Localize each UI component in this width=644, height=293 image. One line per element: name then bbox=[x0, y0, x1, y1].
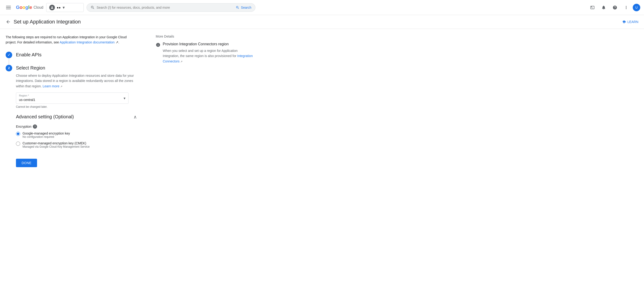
documentation-link[interactable]: Application Integration documentation bbox=[60, 40, 114, 44]
detail-card-body: Provision Integration Connectors region … bbox=[163, 42, 254, 64]
intro-text-after-link: ↗ bbox=[115, 40, 118, 44]
page-header: Set up Application Integration LEARN bbox=[0, 15, 644, 29]
region-select-wrapper: Region * us-central1 us-east1 us-west1 e… bbox=[16, 93, 128, 104]
step-2-title: Select Region bbox=[16, 65, 137, 71]
hamburger-menu-button[interactable] bbox=[4, 3, 13, 12]
project-name: ●● bbox=[57, 6, 61, 10]
google-managed-labels: Google-managed encryption key No configu… bbox=[22, 131, 70, 139]
notifications-button[interactable] bbox=[599, 3, 608, 12]
step-1-content: Enable APIs bbox=[12, 52, 137, 62]
region-select[interactable]: us-central1 us-east1 us-west1 europe-wes… bbox=[19, 97, 126, 104]
customer-managed-radio[interactable] bbox=[16, 142, 20, 146]
advanced-title: Advanced setting (Optional) bbox=[16, 114, 74, 120]
google-cloud-logo: Google Cloud bbox=[16, 5, 44, 10]
customer-managed-option: Customer-managed encryption key (CMEK) M… bbox=[16, 141, 137, 148]
encryption-help-icon[interactable]: ? bbox=[33, 124, 37, 129]
search-button[interactable]: Search bbox=[236, 6, 251, 10]
step-2-description: Choose where to deploy Application Integ… bbox=[16, 73, 137, 89]
encryption-section: Encryption ? Google-managed encryption k… bbox=[16, 124, 137, 148]
project-avatar bbox=[49, 5, 55, 10]
learn-more-link[interactable]: Learn more bbox=[43, 84, 60, 88]
step-2-row: 2 Select Region Choose where to deploy A… bbox=[6, 65, 137, 172]
advanced-setting-header[interactable]: Advanced setting (Optional) ∧ bbox=[16, 110, 137, 124]
more-details-title: More Details bbox=[156, 35, 254, 38]
svg-point-0 bbox=[51, 6, 52, 8]
nav-left: Google Cloud ●● ▾ bbox=[4, 3, 84, 12]
chevron-down-icon: ▾ bbox=[62, 5, 65, 10]
search-btn-label: Search bbox=[241, 6, 251, 10]
nav-right: U bbox=[588, 3, 640, 12]
google-managed-sublabel: No configuration required bbox=[22, 135, 70, 139]
search-input[interactable] bbox=[96, 6, 234, 10]
user-avatar[interactable]: U bbox=[633, 4, 640, 11]
customer-managed-labels: Customer-managed encryption key (CMEK) M… bbox=[22, 141, 90, 148]
main-content: The following steps are required to run … bbox=[0, 29, 644, 177]
project-selector[interactable]: ●● ▾ bbox=[46, 3, 84, 12]
terminal-button[interactable] bbox=[588, 3, 597, 12]
detail-card-description: When you select and set up a region for … bbox=[163, 48, 254, 64]
left-panel: The following steps are required to run … bbox=[6, 35, 137, 172]
region-field: Region * us-central1 us-east1 us-west1 e… bbox=[16, 93, 137, 108]
region-hint: Cannot be changed later. bbox=[16, 105, 137, 108]
step-2-content: Select Region Choose where to deploy App… bbox=[12, 65, 137, 172]
cloud-label: Cloud bbox=[34, 6, 44, 10]
step-1-title: Enable APIs bbox=[16, 52, 137, 58]
google-managed-label[interactable]: Google-managed encryption key bbox=[22, 131, 70, 135]
search-bar: Search bbox=[86, 3, 256, 12]
right-panel: More Details Provision Integration Conne… bbox=[156, 35, 254, 172]
intro-period: . bbox=[118, 40, 119, 44]
step-1-row: ✓ Enable APIs bbox=[6, 52, 137, 65]
customer-managed-label[interactable]: Customer-managed encryption key (CMEK) bbox=[22, 141, 90, 145]
learn-label: LEARN bbox=[627, 20, 638, 24]
info-icon bbox=[156, 43, 160, 48]
back-button[interactable] bbox=[6, 19, 11, 25]
notifications-icon bbox=[601, 5, 606, 10]
customer-managed-sublabel: Managed via Google Cloud Key Management … bbox=[22, 145, 90, 148]
learn-button[interactable]: LEARN bbox=[622, 20, 638, 24]
graduation-cap-icon bbox=[622, 20, 626, 24]
encryption-label: Encryption ? bbox=[16, 124, 137, 129]
step-1-check-icon: ✓ bbox=[6, 52, 12, 58]
back-arrow-icon bbox=[6, 19, 11, 25]
step-2-num-icon: 2 bbox=[6, 65, 12, 71]
step-1-connector-line bbox=[9, 59, 9, 64]
collapse-icon: ∧ bbox=[134, 114, 137, 120]
hamburger-icon bbox=[6, 6, 11, 9]
region-label: Region * bbox=[19, 93, 126, 97]
terminal-icon bbox=[590, 5, 595, 10]
top-navigation: Google Cloud ●● ▾ Search bbox=[0, 0, 644, 15]
done-button[interactable]: DONE bbox=[16, 159, 37, 167]
page-title: Set up Application Integration bbox=[14, 19, 81, 25]
google-managed-radio[interactable] bbox=[16, 132, 20, 136]
more-options-button[interactable] bbox=[622, 3, 631, 12]
search-btn-icon bbox=[236, 6, 240, 10]
detail-card: Provision Integration Connectors region … bbox=[156, 42, 254, 64]
help-icon bbox=[612, 5, 617, 10]
google-managed-option: Google-managed encryption key No configu… bbox=[16, 131, 137, 139]
search-icon bbox=[90, 6, 95, 10]
help-button[interactable] bbox=[610, 3, 620, 12]
step-2-left: 2 bbox=[6, 65, 12, 71]
intro-text: The following steps are required to run … bbox=[6, 35, 137, 45]
detail-card-title: Provision Integration Connectors region bbox=[163, 42, 254, 46]
more-vert-icon bbox=[624, 5, 628, 10]
step-1-left: ✓ bbox=[6, 52, 12, 65]
